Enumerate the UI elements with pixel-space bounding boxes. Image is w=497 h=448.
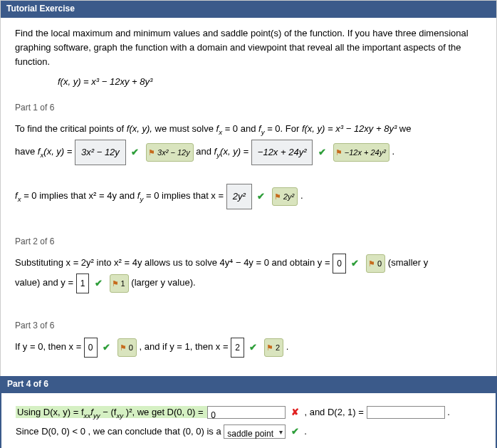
check-icon: ✔	[257, 187, 265, 206]
part-2-body: Substituting x = 2y² into x² = 4y allows…	[15, 254, 482, 305]
text: 0	[377, 256, 382, 271]
fy-symbol: fy	[258, 123, 265, 134]
flag-icon: ⚑	[368, 256, 375, 271]
answer-tag-x: ⚑2y²	[272, 187, 298, 206]
part-2-label: Part 2 of 6	[15, 236, 482, 246]
part-1-label: Part 1 of 6	[15, 103, 482, 113]
text: 1	[121, 276, 125, 291]
cross-icon: ✘	[291, 403, 299, 422]
text: To find the critical points of	[15, 123, 127, 134]
text: have	[15, 146, 38, 157]
text: If y = 0, then x =	[15, 341, 84, 352]
text: Since D(0, 0) < 0 , we can conclude that…	[16, 426, 224, 437]
problem-prompt: Find the local maximum and minimum value…	[15, 26, 482, 69]
d00-input[interactable]: 0	[207, 406, 286, 419]
text: 3x² − 12y	[157, 145, 190, 160]
check-icon: ✔	[291, 422, 299, 441]
fy-eq: fy(x, y) =	[214, 146, 251, 157]
text: we must solve	[155, 123, 216, 134]
check-icon: ✔	[351, 254, 359, 273]
part-4-body: Using D(x, y) = fxxfyy − (fxy )², we get…	[0, 392, 497, 448]
highlighted-hint: Using D(x, y) = fxxfyy − (fxy )², we get…	[16, 406, 207, 418]
part-1-body: To find the critical points of f(x, y), …	[15, 120, 482, 220]
answer-tag-y0: ⚑0	[366, 254, 385, 273]
answer-box-fx: 3x² − 12y	[75, 140, 126, 165]
problem-equation: f(x, y) = x³ − 12xy + 8y³	[58, 76, 482, 87]
part-4-header: Part 4 of 6	[0, 376, 497, 392]
text: (smaller y	[388, 257, 428, 268]
part-3-body: If y = 0, then x = 0 ✔ ⚑0 , and if y = 1…	[15, 338, 482, 369]
flag-icon: ⚑	[266, 340, 273, 355]
text: , and D(2, 1) =	[304, 407, 366, 417]
text: = 0 implies that x² = 4y and	[23, 190, 137, 201]
check-icon: ✔	[249, 338, 257, 357]
text: f(x, y) = x³ − 12xy + 8y³	[302, 123, 397, 134]
check-icon: ✔	[131, 143, 139, 162]
text: Using D(x, y) = f	[17, 407, 84, 417]
answer-box-fy: −12x + 24y²	[251, 140, 313, 165]
flag-icon: ⚑	[148, 145, 155, 160]
answer-box-x1: 2	[231, 338, 244, 358]
answer-tag-y1: ⚑1	[110, 274, 129, 293]
text: value) and y =	[15, 277, 76, 288]
classification-select[interactable]: saddle point	[224, 424, 286, 439]
text: = 0 implies that x =	[146, 190, 226, 201]
text: −12x + 24y²	[345, 145, 386, 160]
answer-box-x: 2y²	[226, 184, 252, 209]
text: − (f	[103, 407, 116, 417]
tutorial-header: Tutorial Exercise	[1, 1, 496, 18]
text: Substituting x = 2y² into x² = 4y allows…	[15, 257, 333, 268]
text: f(x, y),	[127, 123, 152, 134]
text: 2	[276, 340, 280, 355]
text: we	[399, 123, 412, 134]
flag-icon: ⚑	[274, 189, 281, 204]
d21-input[interactable]	[367, 406, 445, 419]
fy-symbol: fy	[137, 190, 144, 201]
text: 2y²	[283, 189, 294, 204]
text: , and if y = 1, then x =	[140, 341, 231, 352]
text: .	[392, 146, 394, 157]
text: and	[196, 146, 214, 157]
text: 0	[129, 340, 133, 355]
flag-icon: ⚑	[335, 145, 342, 160]
text: .	[286, 341, 289, 352]
check-icon: ✔	[103, 338, 110, 357]
text: = 0. For	[267, 123, 302, 134]
text: .	[304, 426, 307, 437]
check-icon: ✔	[95, 274, 103, 293]
answer-box-y1: 1	[76, 274, 90, 293]
text: (larger y value).	[131, 277, 195, 288]
answer-tag-fy: ⚑−12x + 24y²	[333, 143, 389, 162]
answer-box-y0: 0	[333, 254, 346, 274]
fx-symbol: fx	[216, 123, 223, 134]
text: .	[300, 190, 303, 201]
fx-eq: fx(x, y) =	[38, 146, 75, 157]
flag-icon: ⚑	[112, 276, 119, 291]
answer-tag-x1: ⚑2	[264, 338, 283, 357]
text: )², we get D(0, 0) =	[126, 407, 206, 417]
flag-icon: ⚑	[120, 340, 127, 355]
part-3-label: Part 3 of 6	[15, 321, 482, 330]
fx-symbol: fx	[15, 190, 21, 201]
check-icon: ✔	[318, 143, 326, 162]
text: .	[447, 407, 450, 417]
answer-box-x0: 0	[84, 338, 98, 358]
answer-tag-fx: ⚑3x² − 12y	[146, 143, 194, 162]
text: = 0 and	[225, 123, 258, 134]
answer-tag-x0: ⚑0	[117, 338, 137, 357]
